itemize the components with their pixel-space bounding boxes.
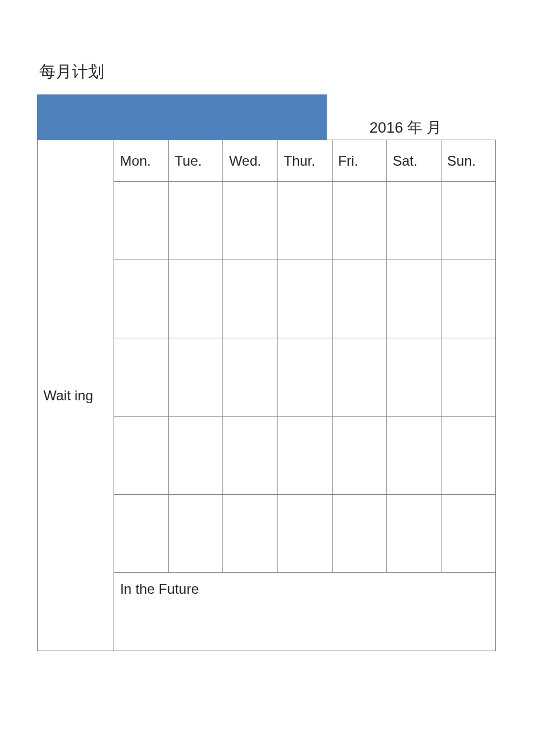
day-cell bbox=[332, 338, 386, 417]
waiting-column: Wait ing bbox=[38, 140, 114, 651]
day-cell bbox=[332, 495, 386, 573]
day-cell bbox=[169, 495, 223, 573]
day-cell bbox=[332, 417, 386, 495]
col-sun: Sun. bbox=[441, 140, 495, 182]
planner-table: Wait ing Mon. Tue. Wed. Thur. Fri. Sat. … bbox=[37, 140, 496, 651]
day-cell bbox=[386, 495, 441, 573]
day-cell bbox=[386, 417, 441, 495]
day-cell bbox=[169, 260, 223, 338]
page-title: 每月计划 bbox=[39, 61, 496, 83]
date-label: 2016 年 月 bbox=[327, 94, 496, 140]
day-cell bbox=[441, 260, 495, 338]
day-cell bbox=[223, 338, 278, 417]
day-cell bbox=[441, 182, 495, 260]
col-thur: Thur. bbox=[278, 140, 332, 182]
day-cell bbox=[223, 260, 278, 338]
day-cell bbox=[278, 260, 332, 338]
day-cell bbox=[332, 260, 386, 338]
day-cell bbox=[441, 417, 495, 495]
day-cell bbox=[169, 182, 223, 260]
day-cell bbox=[114, 260, 169, 338]
day-cell bbox=[278, 417, 332, 495]
day-cell bbox=[114, 495, 169, 573]
day-cell bbox=[278, 495, 332, 573]
header-row: 2016 年 月 bbox=[37, 94, 496, 140]
page-container: 每月计划 2016 年 月 Wait ing Mon. Tue. Wed. Th… bbox=[0, 0, 533, 651]
col-fri: Fri. bbox=[332, 140, 386, 182]
day-cell bbox=[169, 338, 223, 417]
day-cell bbox=[114, 182, 169, 260]
future-cell: In the Future bbox=[114, 573, 496, 651]
day-cell bbox=[386, 260, 441, 338]
col-mon: Mon. bbox=[114, 140, 169, 182]
day-cell bbox=[223, 417, 278, 495]
col-sat: Sat. bbox=[386, 140, 441, 182]
day-cell bbox=[441, 495, 495, 573]
day-cell bbox=[169, 417, 223, 495]
day-cell bbox=[386, 182, 441, 260]
day-cell bbox=[114, 417, 169, 495]
day-cell bbox=[386, 338, 441, 417]
day-cell bbox=[278, 182, 332, 260]
day-cell bbox=[332, 182, 386, 260]
day-cell bbox=[223, 182, 278, 260]
header-row: Wait ing Mon. Tue. Wed. Thur. Fri. Sat. … bbox=[38, 140, 496, 182]
day-cell bbox=[223, 495, 278, 573]
col-wed: Wed. bbox=[223, 140, 278, 182]
col-tue: Tue. bbox=[169, 140, 223, 182]
day-cell bbox=[114, 338, 169, 417]
blue-accent-bar bbox=[37, 94, 327, 140]
day-cell bbox=[278, 338, 332, 417]
day-cell bbox=[441, 338, 495, 417]
